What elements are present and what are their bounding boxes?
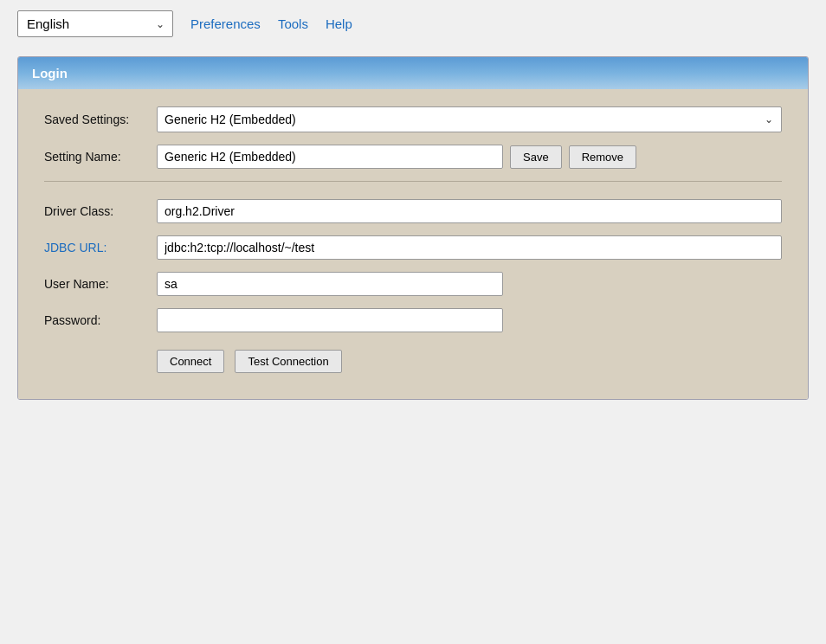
saved-settings-select[interactable]: Generic H2 (Embedded) Generic H2 (Server… [157,106,782,132]
driver-class-label: Driver Class: [44,204,157,218]
language-select[interactable]: English German French Spanish Chinese [17,10,173,37]
setting-name-input[interactable] [157,145,503,169]
saved-settings-row: Saved Settings: Generic H2 (Embedded) Ge… [44,106,782,132]
jdbc-url-controls [157,235,782,260]
driver-class-input[interactable] [157,199,782,223]
language-select-wrapper: English German French Spanish Chinese ⌄ [17,10,173,37]
login-panel: Login Saved Settings: Generic H2 (Embedd… [17,56,809,400]
saved-settings-label: Saved Settings: [44,113,157,126]
panel-header: Login [18,57,808,89]
setting-name-row: Setting Name: Save Remove [44,145,782,169]
saved-settings-select-wrapper: Generic H2 (Embedded) Generic H2 (Server… [157,106,782,132]
user-name-row: User Name: [44,272,782,296]
connect-button[interactable]: Connect [157,350,224,373]
password-row: Password: [44,308,782,332]
test-connection-button[interactable]: Test Connection [235,350,341,373]
connect-row: Connect Test Connection [44,350,782,373]
password-controls [157,308,782,332]
save-button[interactable]: Save [510,145,562,169]
divider [44,181,782,182]
help-link[interactable]: Help [326,16,352,31]
remove-button[interactable]: Remove [569,145,636,169]
user-name-input[interactable] [157,272,503,296]
driver-class-row: Driver Class: [44,199,782,223]
preferences-link[interactable]: Preferences [190,16,261,31]
jdbc-url-row: JDBC URL: [44,235,782,260]
panel-body: Saved Settings: Generic H2 (Embedded) Ge… [18,89,808,399]
saved-settings-controls: Generic H2 (Embedded) Generic H2 (Server… [157,106,782,132]
jdbc-url-input[interactable] [157,235,782,260]
panel-title: Login [32,66,68,80]
tools-link[interactable]: Tools [278,16,308,31]
setting-name-label: Setting Name: [44,150,157,164]
password-input[interactable] [157,308,503,332]
password-label: Password: [44,313,157,327]
jdbc-url-label[interactable]: JDBC URL: [44,241,157,254]
top-nav: English German French Spanish Chinese ⌄ … [0,0,826,48]
user-name-label: User Name: [44,277,157,291]
driver-class-controls [157,199,782,223]
user-name-controls [157,272,782,296]
setting-name-controls: Save Remove [157,145,782,169]
